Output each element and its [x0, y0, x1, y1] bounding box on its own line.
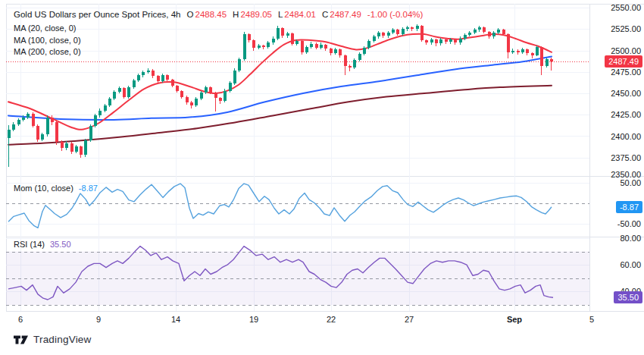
- time-axis-label: 5: [589, 315, 594, 324]
- low-label: L: [278, 10, 283, 19]
- candle-body: [176, 86, 179, 91]
- tradingview-logo-link[interactable]: TradingView: [14, 334, 92, 345]
- ma200-legend[interactable]: MA (200, close, 0): [14, 47, 81, 56]
- candle-body: [339, 49, 342, 55]
- candle-body: [478, 27, 481, 30]
- candle-body: [233, 71, 236, 83]
- candle-body: [454, 39, 457, 43]
- candle-body: [291, 33, 294, 44]
- price-axis-label: 2425.00: [611, 110, 641, 119]
- candle-body: [262, 46, 265, 47]
- time-axis-label: 27: [405, 315, 414, 324]
- candle-body: [70, 143, 73, 152]
- candle-body: [363, 48, 366, 54]
- time-axis-label: 6: [18, 315, 23, 324]
- candle-body: [373, 36, 376, 41]
- candle-body: [152, 71, 155, 77]
- ma20-legend[interactable]: MA (20, close, 0): [14, 24, 77, 33]
- candle-body: [521, 49, 524, 52]
- time-axis-label: 14: [171, 315, 180, 324]
- candle-body: [32, 114, 35, 126]
- ma100-legend[interactable]: MA (100, close, 0): [14, 36, 81, 45]
- candles: [8, 24, 553, 168]
- time-axis-label: Sep: [507, 315, 522, 324]
- candle-body: [310, 44, 313, 48]
- candle-body: [497, 30, 500, 32]
- candle-body: [425, 40, 428, 42]
- candle-body: [531, 53, 534, 55]
- candle-body: [344, 55, 347, 66]
- candle-body: [51, 118, 54, 123]
- mom-legend[interactable]: Mom (10, close)-8.87: [14, 184, 98, 193]
- candle-body: [406, 27, 409, 29]
- candle-body: [98, 111, 102, 116]
- rsi-legend[interactable]: RSI (14)35.50: [14, 240, 71, 249]
- candle-body: [439, 39, 442, 44]
- tradingview-icon: [14, 335, 28, 345]
- high-value: 2489.05: [240, 10, 272, 19]
- candle-body: [94, 115, 97, 126]
- candle-body: [252, 40, 255, 48]
- mom-axis-label: -50.00: [617, 219, 641, 228]
- mom-value-badge: -8.87: [616, 201, 642, 213]
- candle-body: [118, 88, 121, 92]
- candle-body: [430, 39, 433, 43]
- candle-body: [295, 41, 299, 43]
- candle-body: [84, 140, 87, 155]
- candle-body: [387, 33, 390, 36]
- candle-body: [416, 26, 419, 30]
- candle-body: [195, 99, 198, 105]
- symbol-legend[interactable]: Gold US Dollars per Ounce Spot Prices, 4…: [14, 10, 423, 19]
- candle-body: [286, 33, 289, 36]
- candle-body: [12, 124, 15, 130]
- mom-label: Mom (10, close): [14, 184, 73, 193]
- candle-body: [536, 47, 539, 55]
- candle-body: [22, 118, 25, 120]
- candle-body: [89, 126, 92, 140]
- candle-body: [166, 75, 169, 80]
- candle-body: [41, 134, 44, 140]
- candle-body: [186, 97, 189, 103]
- rsi-axis-label: 80.00: [620, 234, 641, 243]
- mom-value: -8.87: [79, 184, 98, 193]
- time-axis-label: 19: [249, 315, 258, 324]
- candle-body: [161, 75, 164, 81]
- candle-body: [320, 45, 323, 49]
- rsi-value: 35.50: [50, 240, 71, 249]
- candle-body: [281, 28, 284, 36]
- candle-body: [502, 30, 505, 34]
- candle-body: [445, 39, 448, 42]
- candle-body: [511, 51, 514, 52]
- candle-body: [113, 92, 116, 99]
- candle-body: [420, 26, 424, 40]
- price-axis-label: 2525.00: [611, 24, 641, 33]
- candle-body: [214, 93, 217, 98]
- candle-body: [396, 30, 399, 34]
- candle-body: [104, 105, 107, 111]
- candle-body: [267, 42, 270, 47]
- candle-body: [205, 87, 208, 93]
- candle-body: [334, 49, 337, 53]
- candle-body: [305, 47, 308, 52]
- candle-body: [190, 102, 193, 105]
- candle-body: [46, 118, 49, 135]
- close-value: 2487.49: [330, 10, 361, 19]
- candle-body: [459, 39, 462, 43]
- candle-body: [80, 146, 83, 155]
- price-axis-label: 2550.00: [611, 3, 641, 12]
- candle-body: [61, 142, 64, 148]
- candle-body: [330, 49, 333, 53]
- price-axis-label: 2400.00: [611, 132, 641, 141]
- time-axis-label: 22: [327, 315, 336, 324]
- candle-body: [540, 47, 543, 66]
- candle-body: [474, 30, 477, 32]
- ma20-label: MA (20, close, 0): [14, 24, 77, 33]
- candle-body: [65, 143, 68, 149]
- candle-body: [488, 32, 491, 37]
- symbol-title: Gold US Dollars per Ounce Spot Prices, 4…: [14, 10, 181, 19]
- candle-body: [127, 87, 130, 96]
- candle-body: [449, 39, 452, 42]
- chart-canvas[interactable]: 2550.002525.002500.002475.002450.002425.…: [0, 0, 644, 355]
- last-price-badge: 2487.49: [605, 55, 642, 68]
- close-label: C: [322, 10, 328, 19]
